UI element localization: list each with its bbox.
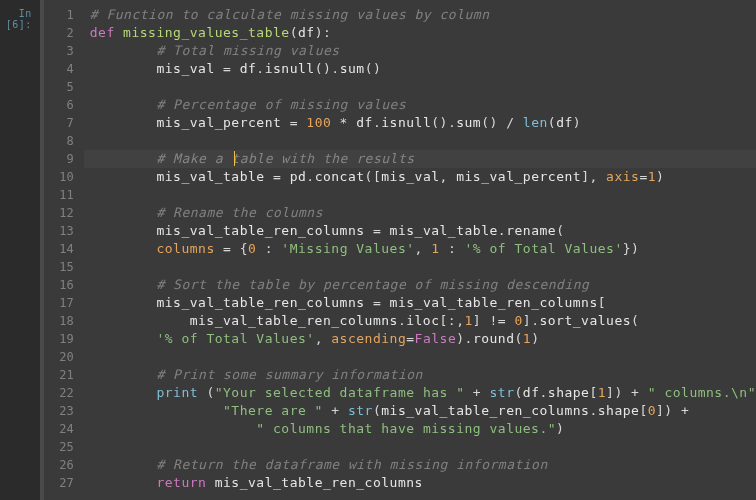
line-number: 20 [44, 348, 74, 366]
line-number: 12 [44, 204, 74, 222]
code-line[interactable]: mis_val_percent = 100 * df.isnull().sum(… [90, 114, 756, 132]
code-area[interactable]: # Function to calculate missing values b… [84, 0, 756, 500]
code-line[interactable]: # Percentage of missing values [90, 96, 756, 114]
code-line[interactable]: # Total missing values [90, 42, 756, 60]
code-line[interactable]: # Rename the columns [90, 204, 756, 222]
line-number: 14 [44, 240, 74, 258]
line-number: 10 [44, 168, 74, 186]
line-number: 6 [44, 96, 74, 114]
line-number: 16 [44, 276, 74, 294]
line-gutter: 1234567891011121314151617181920212223242… [44, 0, 84, 500]
cell-prompt: In [6]: [0, 0, 40, 500]
code-line[interactable]: mis_val_table_ren_columns.iloc[:,1] != 0… [90, 312, 756, 330]
line-number: 25 [44, 438, 74, 456]
line-number: 9 [44, 150, 74, 168]
line-number: 15 [44, 258, 74, 276]
code-line[interactable]: # Return the dataframe with missing info… [90, 456, 756, 474]
code-line[interactable]: # Function to calculate missing values b… [90, 6, 756, 24]
code-line[interactable]: "There are " + str(mis_val_table_ren_col… [90, 402, 756, 420]
code-line[interactable]: mis_val_table = pd.concat([mis_val, mis_… [90, 168, 756, 186]
code-editor[interactable]: 1234567891011121314151617181920212223242… [40, 0, 756, 500]
code-line[interactable]: # Print some summary information [90, 366, 756, 384]
code-line[interactable]: return mis_val_table_ren_columns [90, 474, 756, 492]
line-number: 24 [44, 420, 74, 438]
code-line[interactable]: print ("Your selected dataframe has " + … [90, 384, 756, 402]
code-line[interactable]: '% of Total Values', ascending=False).ro… [90, 330, 756, 348]
code-line[interactable] [90, 132, 756, 150]
text-caret [234, 151, 235, 166]
line-number: 13 [44, 222, 74, 240]
line-number: 19 [44, 330, 74, 348]
code-line[interactable]: mis_val_table_ren_columns = mis_val_tabl… [90, 294, 756, 312]
code-line[interactable] [90, 258, 756, 276]
line-number: 4 [44, 60, 74, 78]
code-line[interactable]: " columns that have missing values.") [90, 420, 756, 438]
line-number: 8 [44, 132, 74, 150]
code-line[interactable] [90, 438, 756, 456]
line-number: 27 [44, 474, 74, 492]
line-number: 17 [44, 294, 74, 312]
line-number: 1 [44, 6, 74, 24]
code-line[interactable] [90, 78, 756, 96]
line-number: 2 [44, 24, 74, 42]
line-number: 21 [44, 366, 74, 384]
line-number: 18 [44, 312, 74, 330]
code-line[interactable]: # Make a table with the results [90, 150, 756, 168]
line-number: 23 [44, 402, 74, 420]
code-line[interactable]: # Sort the table by percentage of missin… [90, 276, 756, 294]
line-number: 26 [44, 456, 74, 474]
code-line[interactable] [90, 348, 756, 366]
line-number: 11 [44, 186, 74, 204]
code-line[interactable]: mis_val = df.isnull().sum() [90, 60, 756, 78]
code-line[interactable]: def missing_values_table(df): [90, 24, 756, 42]
code-line[interactable]: columns = {0 : 'Missing Values', 1 : '% … [90, 240, 756, 258]
prompt-label: In [6]: [6, 8, 32, 30]
line-number: 5 [44, 78, 74, 96]
line-number: 22 [44, 384, 74, 402]
code-line[interactable]: mis_val_table_ren_columns = mis_val_tabl… [90, 222, 756, 240]
line-number: 7 [44, 114, 74, 132]
code-line[interactable] [90, 186, 756, 204]
line-number: 3 [44, 42, 74, 60]
